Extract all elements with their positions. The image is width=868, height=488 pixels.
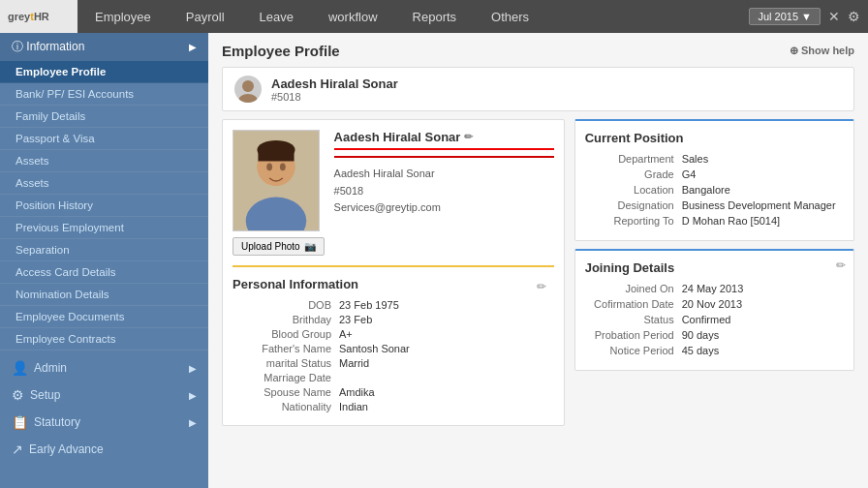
personal-edit-icon[interactable]: ✏: [537, 280, 546, 293]
photo-area: Upload Photo 📷: [232, 130, 325, 256]
joining-title: Joining Details: [585, 260, 844, 275]
edit-name-icon[interactable]: ✏: [464, 131, 473, 143]
personal-nationality-row: Nationality Indian: [232, 401, 554, 412]
sidebar-item-contracts[interactable]: Employee Contracts: [0, 328, 208, 351]
sidebar-item-employee-profile[interactable]: Employee Profile: [0, 61, 208, 83]
marital-value: Marrid: [339, 357, 369, 369]
sidebar-item-access-card[interactable]: Access Card Details: [0, 261, 208, 284]
birthday-value: 23 Feb: [339, 314, 372, 325]
confirmation-row: Cofirmation Date 20 Nov 2013: [585, 298, 844, 310]
nav-right: Jul 2015 ▼ ✕ ⚙: [741, 8, 868, 25]
location-label: Location: [585, 184, 682, 196]
sidebar-item-assets1[interactable]: Assets: [0, 150, 208, 172]
personal-marriage-row: Marriage Date: [232, 372, 554, 383]
early-advance-label: Early Advance: [29, 442, 104, 456]
nav-items: Employee Payroll Leave workflow Reports …: [78, 0, 741, 33]
content-area: Employee Profile ⊕ Show help Aadesh Hira…: [208, 33, 868, 488]
nav-employee[interactable]: Employee: [78, 0, 169, 33]
setup-label: Setup: [30, 388, 60, 402]
grade-row: Grade G4: [585, 168, 844, 180]
profile-info: Aadesh Hiralal Sonar ✏ Aadesh Hiralal So…: [334, 130, 554, 256]
date-selector[interactable]: Jul 2015 ▼: [749, 8, 821, 25]
upload-icon: 📷: [304, 241, 316, 252]
svg-rect-7: [258, 150, 294, 162]
svg-point-1: [238, 94, 258, 103]
joining-edit-icon[interactable]: ✏: [836, 259, 846, 272]
close-icon[interactable]: ⚙: [848, 9, 860, 24]
spouse-label: Spouse Name: [232, 386, 339, 398]
sidebar-item-prev-employment[interactable]: Previous Employment: [0, 217, 208, 239]
upload-photo-label: Upload Photo: [241, 241, 300, 252]
sidebar-item-separation[interactable]: Separation: [0, 239, 208, 261]
early-advance-icon: ↗: [12, 442, 23, 457]
svg-point-8: [266, 163, 272, 170]
sidebar-item-passport[interactable]: Passport & Visa: [0, 128, 208, 150]
settings-icon[interactable]: ✕: [828, 9, 840, 24]
svg-point-0: [242, 80, 254, 92]
admin-icon: 👤: [12, 360, 28, 376]
confirmation-label: Cofirmation Date: [585, 298, 682, 310]
marriage-label: Marriage Date: [232, 372, 339, 383]
nav-others[interactable]: Others: [474, 0, 546, 33]
confirmation-value: 20 Nov 2013: [682, 298, 742, 310]
right-column: Current Position Department Sales Grade …: [574, 119, 854, 434]
sidebar-section-info[interactable]: ⓘ Information ▶: [0, 33, 208, 61]
joined-label: Joined On: [585, 283, 682, 294]
current-position-card: Current Position Department Sales Grade …: [574, 119, 854, 241]
nationality-value: Indian: [339, 401, 368, 412]
sidebar-item-family[interactable]: Family Details: [0, 106, 208, 128]
father-value: Santosh Sonar: [339, 343, 410, 354]
father-label: Father's Name: [232, 343, 339, 354]
designation-label: Designation: [585, 199, 682, 211]
blood-label: Blood Group: [232, 328, 339, 340]
two-column-layout: Upload Photo 📷 Aadesh Hiralal Sonar ✏: [222, 119, 854, 434]
left-column: Upload Photo 📷 Aadesh Hiralal Sonar ✏: [222, 119, 565, 434]
status-value: Confirmed: [682, 314, 731, 325]
statutory-label: Statutory: [34, 415, 80, 429]
status-row: Status Confirmed: [585, 314, 844, 325]
sidebar-setup[interactable]: ⚙ Setup ▶: [0, 381, 208, 409]
personal-spouse-row: Spouse Name Amdika: [232, 386, 554, 398]
birthday-label: Brithday: [232, 314, 339, 325]
sidebar-admin[interactable]: 👤 Admin ▶: [0, 354, 208, 381]
joined-row: Joined On 24 May 2013: [585, 283, 844, 294]
notice-row: Notice Period 45 days: [585, 345, 844, 356]
sidebar: ⓘ Information ▶ Employee Profile Bank/ P…: [0, 33, 208, 488]
sidebar-section-label: ⓘ Information: [12, 39, 84, 55]
nav-leave[interactable]: Leave: [242, 0, 311, 33]
personal-info-title: Personal Information: [232, 277, 554, 291]
employee-header-info: Aadesh Hiralal Sonar #5018: [271, 76, 398, 103]
reporting-value: D Mohan Rao [5014]: [682, 215, 781, 227]
employee-header-card: Aadesh Hiralal Sonar #5018: [222, 67, 854, 111]
sidebar-item-bank[interactable]: Bank/ PF/ ESI Accounts: [0, 83, 208, 106]
sidebar-item-nomination[interactable]: Nomination Details: [0, 284, 208, 306]
grade-label: Grade: [585, 168, 682, 180]
setup-icon: ⚙: [12, 387, 24, 403]
designation-row: Designation Business Development Manager: [585, 199, 844, 211]
sidebar-arrow: ▶: [189, 42, 197, 52]
location-row: Location Bangalore: [585, 184, 844, 196]
nav-reports[interactable]: Reports: [395, 0, 475, 33]
admin-label: Admin: [34, 361, 67, 375]
sidebar-item-position-history[interactable]: Position History: [0, 195, 208, 217]
svg-point-9: [280, 163, 286, 170]
yellow-divider: [232, 265, 554, 267]
sidebar-item-documents[interactable]: Employee Documents: [0, 306, 208, 328]
nationality-label: Nationality: [232, 401, 339, 412]
joining-details-card: ✏ Joining Details Joined On 24 May 2013 …: [574, 249, 854, 371]
personal-blood-row: Blood Group A+: [232, 328, 554, 340]
employee-avatar-small: [234, 76, 262, 103]
page-title: Employee Profile: [222, 43, 340, 59]
marital-label: marital Status: [232, 357, 339, 369]
upload-photo-button[interactable]: Upload Photo 📷: [232, 237, 325, 256]
dob-label: DOB: [232, 299, 339, 311]
nav-payroll[interactable]: Payroll: [169, 0, 242, 33]
nav-workflow[interactable]: workflow: [311, 0, 395, 33]
name-divider: [334, 156, 554, 158]
profile-top: Upload Photo 📷 Aadesh Hiralal Sonar ✏: [232, 130, 554, 256]
sidebar-item-assets2[interactable]: Assets: [0, 172, 208, 195]
sidebar-early-advance[interactable]: ↗ Early Advance: [0, 436, 208, 463]
sidebar-statutory[interactable]: 📋 Statutory ▶: [0, 409, 208, 436]
statutory-arrow: ▶: [189, 417, 197, 428]
show-help-button[interactable]: ⊕ Show help: [790, 45, 854, 57]
